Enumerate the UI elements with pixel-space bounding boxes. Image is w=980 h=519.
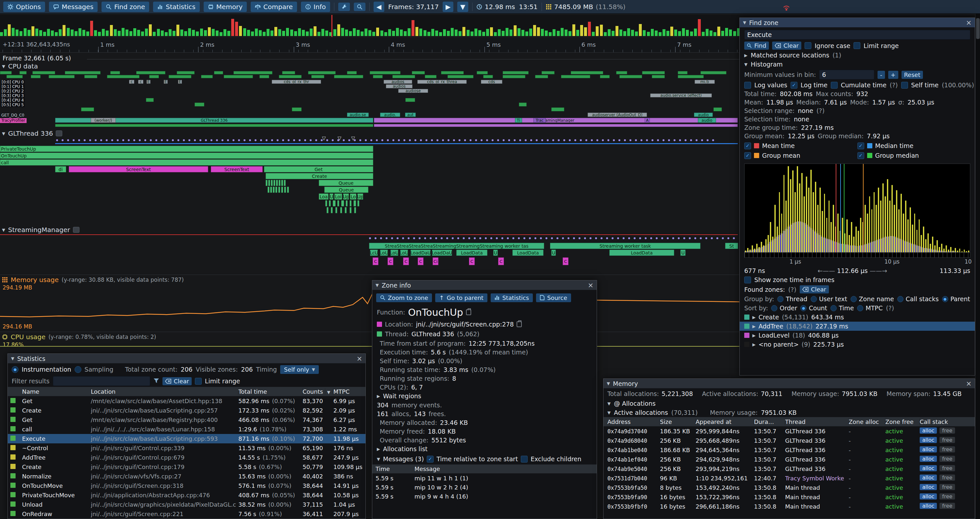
- frame-bar[interactable]: [75, 31, 78, 36]
- table-row[interactable]: Create jni/../jni/src/claw/base/LuaScrip…: [8, 406, 366, 415]
- message-dot[interactable]: [111, 139, 113, 141]
- zone-tick[interactable]: C: [418, 257, 423, 265]
- zone[interactable]: LoadDaU: [410, 250, 431, 256]
- frame-bar[interactable]: [474, 29, 477, 36]
- frame-bar[interactable]: [200, 29, 203, 36]
- close-icon[interactable]: ×: [966, 19, 972, 27]
- message-dot[interactable]: [376, 139, 378, 141]
- message-dot[interactable]: [580, 139, 582, 141]
- cpu-zone[interactable]: [477, 71, 488, 74]
- message-dot[interactable]: [551, 237, 553, 239]
- frame-bar[interactable]: [153, 32, 156, 36]
- expand-icon[interactable]: ▶: [752, 324, 756, 329]
- memory-window-titlebar[interactable]: ▼ Memory ×: [603, 379, 975, 388]
- collapse-icon[interactable]: ▼: [2, 64, 5, 69]
- frame-bar[interactable]: [612, 31, 614, 36]
- frame-bar[interactable]: [325, 30, 328, 36]
- message-dot[interactable]: [612, 237, 614, 239]
- message-dot[interactable]: [690, 139, 692, 141]
- message-dot[interactable]: [597, 139, 598, 141]
- message-row[interactable]: 5.59 smip 11 w 1 h 1 (1): [372, 474, 597, 483]
- frame-bar[interactable]: [63, 25, 65, 36]
- message-dot[interactable]: [304, 139, 306, 141]
- frame-bar[interactable]: [247, 30, 250, 36]
- frame-bar[interactable]: [235, 22, 238, 36]
- message-dot[interactable]: [161, 139, 163, 141]
- frame-bar[interactable]: [451, 28, 454, 36]
- frame-bar[interactable]: [223, 29, 226, 36]
- frame-bar[interactable]: [619, 30, 622, 36]
- message-dot[interactable]: [536, 139, 538, 141]
- message-dot[interactable]: [479, 237, 481, 239]
- frame-bar[interactable]: [78, 28, 81, 36]
- frame-bar[interactable]: [388, 29, 391, 36]
- cpu-data-header[interactable]: ▼ CPU data: [2, 62, 38, 70]
- frame-bar[interactable]: [733, 31, 736, 36]
- frame-bar[interactable]: [573, 24, 575, 36]
- frame-bar[interactable]: [376, 27, 379, 36]
- group-by-radio[interactable]: ● Parent: [942, 295, 970, 302]
- thread-tag[interactable]: TracyProfiler: [0, 118, 27, 123]
- frame-bar[interactable]: [196, 32, 199, 36]
- memory-button[interactable]: Memory: [204, 2, 247, 12]
- message-dot[interactable]: [407, 237, 410, 239]
- cpu-zone[interactable]: Trac: [533, 118, 546, 123]
- message-dot[interactable]: [630, 139, 632, 141]
- frame-bar[interactable]: [435, 30, 438, 36]
- cpu-zone[interactable]: audio: [698, 118, 716, 123]
- zoom-to-zone-button[interactable]: Zoom to zone: [376, 294, 432, 302]
- zone[interactable]: [345, 207, 347, 213]
- message-dot[interactable]: [359, 139, 361, 141]
- cpu-zone[interactable]: [19, 71, 27, 74]
- message-dot[interactable]: [243, 139, 245, 141]
- frame-bar[interactable]: [522, 30, 524, 36]
- frame-bar[interactable]: [145, 29, 148, 36]
- frame-bar[interactable]: [47, 29, 50, 36]
- frame-bar[interactable]: [498, 29, 501, 36]
- statistics-button[interactable]: Statistics: [491, 294, 533, 302]
- frame-bar[interactable]: [262, 32, 266, 36]
- frame-bar[interactable]: [380, 30, 383, 36]
- alloc-callstack-button[interactable]: alloc: [920, 456, 937, 462]
- message-dot[interactable]: [458, 139, 460, 141]
- tools-button[interactable]: [338, 3, 350, 11]
- frame-bar[interactable]: [39, 30, 42, 36]
- zone[interactable]: [325, 200, 327, 206]
- message-dot[interactable]: [89, 139, 91, 141]
- message-dot[interactable]: [623, 237, 625, 239]
- cpu-zone[interactable]: [571, 71, 603, 74]
- close-icon[interactable]: ×: [356, 355, 362, 363]
- message-dot[interactable]: [503, 139, 504, 141]
- frame-bar[interactable]: [27, 30, 30, 36]
- cpu-zone[interactable]: [0, 71, 12, 74]
- cpu-zone[interactable]: [447, 75, 474, 78]
- message-dot[interactable]: [420, 139, 422, 141]
- free-callstack-button[interactable]: free: [939, 493, 955, 500]
- frame-bar[interactable]: [212, 29, 215, 36]
- zone[interactable]: [335, 207, 337, 213]
- frame-bar[interactable]: [631, 30, 634, 36]
- message-dot[interactable]: [590, 237, 592, 239]
- frame-bar[interactable]: [270, 30, 274, 36]
- message-dot[interactable]: [232, 139, 234, 141]
- frame-bar[interactable]: [396, 28, 399, 36]
- message-dot[interactable]: [508, 139, 510, 141]
- zone[interactable]: LcU: [370, 250, 378, 256]
- zone-group-row[interactable]: ▶ LoadLevel (18) 406.88 µs: [740, 331, 975, 340]
- zone[interactable]: Queue: [319, 180, 373, 186]
- zone[interactable]: Get: [264, 166, 373, 172]
- zone-tick[interactable]: C: [498, 257, 504, 265]
- cpu-zone[interactable]: [224, 75, 253, 78]
- frame-bar[interactable]: [443, 29, 446, 36]
- message-dot[interactable]: [365, 139, 367, 141]
- zone[interactable]: [357, 200, 359, 206]
- message-dot[interactable]: [205, 139, 207, 141]
- cpu-zone[interactable]: [619, 75, 642, 78]
- cpu-zone[interactable]: [392, 75, 415, 78]
- cpu-zone[interactable]: [194, 102, 204, 107]
- allocations-list-expander[interactable]: ▶Allocations list: [372, 444, 597, 454]
- cpu-zone[interactable]: audios: [386, 85, 412, 88]
- copy-icon[interactable]: [466, 309, 471, 315]
- group-by-radio[interactable]: Zone name: [851, 295, 894, 302]
- frame-bar[interactable]: [118, 31, 121, 36]
